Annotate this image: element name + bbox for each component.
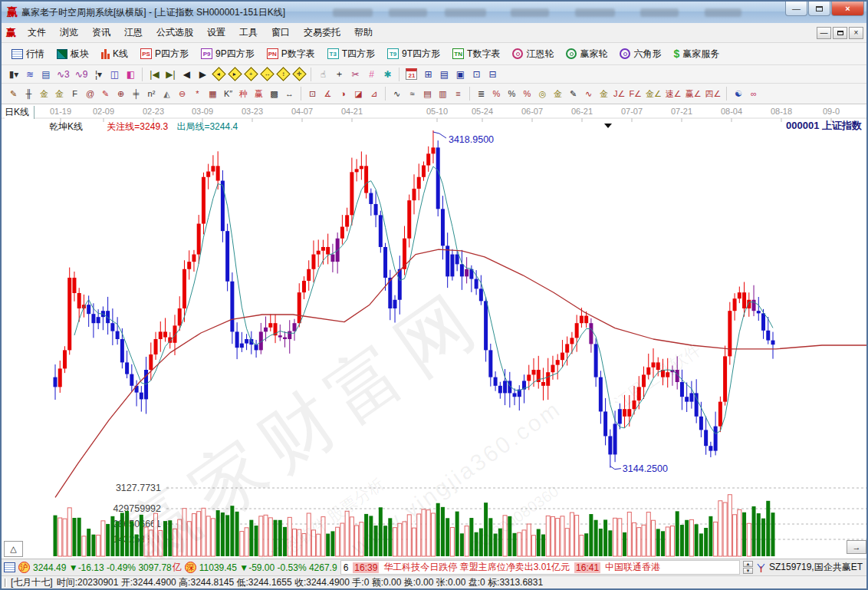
percent-line-tool[interactable]: % — [489, 87, 504, 101]
next-bar-button[interactable]: ▶ — [195, 67, 210, 82]
menu-5[interactable]: 设置 — [200, 25, 232, 40]
mirror-angle-tool[interactable]: ◭ — [159, 87, 174, 101]
span-arrow-tool[interactable]: ↔ — [282, 87, 297, 101]
circle-cross-tool[interactable]: ⊖ — [175, 87, 189, 101]
first-bar-button[interactable]: |◀ — [146, 67, 162, 82]
winner-service-button[interactable]: $赢家服务 — [668, 45, 725, 63]
menu-3[interactable]: 江恩 — [117, 25, 150, 40]
kline-button[interactable]: K线 — [96, 45, 133, 63]
quotes-button[interactable]: 行情 — [6, 45, 50, 63]
fan-lines-tool[interactable]: ∡ — [321, 87, 335, 101]
close-button[interactable]: × — [831, 2, 864, 16]
mdi-close-button[interactable]: × — [849, 27, 863, 39]
menu-0[interactable]: 文件 — [21, 25, 53, 40]
fan-hatch-tool[interactable]: ◪ — [351, 87, 366, 101]
ying-angle-tool[interactable]: 赢∠ — [684, 87, 703, 101]
spin-down-icon[interactable]: ▼ — [743, 568, 753, 574]
minimize-button[interactable]: — — [785, 2, 807, 16]
grid-b-tool[interactable]: ▥ — [436, 87, 450, 101]
diamond-right[interactable]: ▸ — [227, 67, 242, 82]
sectors-button[interactable]: 板块 — [51, 45, 94, 63]
ink-pen-tool[interactable]: ✎ — [566, 87, 580, 101]
quote-grid-icon[interactable] — [4, 562, 15, 572]
remote-icon[interactable]: ⊟ — [485, 67, 500, 82]
hexagon-button[interactable]: 六角形 — [614, 45, 666, 63]
zigzag-tool[interactable]: ∿ — [390, 87, 404, 101]
chart-canvas[interactable]: 01-1902-0902-2303-0903-2304-0704-2105-10… — [2, 104, 866, 559]
gold-circle-tool[interactable]: ◎ — [535, 87, 550, 101]
channel-wave-tool[interactable]: ∿ — [581, 87, 596, 101]
starburst-tool[interactable]: * — [190, 87, 205, 101]
menu-4[interactable]: 公式选股 — [150, 25, 200, 40]
menu-6[interactable]: 工具 — [232, 25, 265, 40]
menu-1[interactable]: 浏览 — [53, 25, 85, 40]
9p-square-button[interactable]: P99P四方形 — [196, 45, 260, 63]
grid-a-tool[interactable]: ▤ — [420, 87, 435, 101]
f-grid-tool[interactable]: F — [67, 87, 82, 101]
red-pen-tool[interactable]: ✎ — [98, 87, 113, 101]
save-icon[interactable]: ▣ — [452, 67, 468, 82]
wave9-icon[interactable]: ∿9 — [73, 67, 90, 82]
angle-fan-tool[interactable]: ⊿ — [367, 87, 381, 101]
yinyang-icon[interactable]: ☯ — [731, 87, 745, 101]
menu-2[interactable]: 资讯 — [85, 25, 117, 40]
n2-grid-tool[interactable]: n² — [144, 87, 159, 101]
percent-gold-tool[interactable]: % — [520, 87, 534, 101]
clipboard-icon[interactable]: ▤ — [38, 67, 54, 82]
zhong-grid-tool[interactable]: 种 — [236, 87, 251, 101]
network-icon[interactable]: ⊡ — [469, 67, 484, 82]
period-selector[interactable]: ▮▾ — [6, 67, 21, 82]
pink-grid-tool[interactable]: # — [363, 67, 379, 82]
menu-7[interactable]: 窗口 — [265, 25, 297, 40]
title-bar[interactable]: 赢 赢家老子时空周期系统[纵横版] - [上证指数 SH000001-151日K… — [2, 2, 866, 23]
ying-grid-tool[interactable]: 赢 — [252, 87, 266, 101]
gold-grid-tool[interactable]: 金 — [37, 87, 51, 101]
pattern-icon[interactable]: ≋ — [22, 67, 38, 82]
diamond-cross[interactable]: + — [243, 67, 258, 82]
menu-8[interactable]: 交易委托 — [297, 25, 347, 40]
dense-grid-tool[interactable]: ▩ — [267, 87, 281, 101]
t-table-button[interactable]: TNT数字表 — [447, 45, 505, 63]
wide-grid-tool[interactable]: ╪ — [129, 87, 143, 101]
diamond-vertical[interactable]: ↕ — [275, 67, 291, 82]
brush-tool[interactable]: ✎ — [6, 87, 21, 101]
gann-wheel-button[interactable]: 江恩轮 — [507, 45, 559, 63]
hand-tool[interactable]: ☝ — [315, 67, 330, 82]
fan-sector-tool[interactable]: ◑ — [336, 87, 350, 101]
t-square-button[interactable]: T3T四方形 — [322, 45, 380, 63]
gold-line-tool[interactable]: 金 — [551, 87, 565, 101]
gold-angle-tool[interactable]: 金∠ — [644, 87, 663, 101]
percent-tool[interactable]: % — [505, 87, 519, 101]
calendar-icon[interactable]: 21 — [403, 67, 419, 82]
maximize-button[interactable] — [808, 2, 830, 16]
menu-9[interactable]: 帮助 — [347, 25, 380, 40]
expand-pane-button[interactable]: △ — [4, 541, 23, 557]
web-grid-tool[interactable]: ▦ — [205, 87, 220, 101]
gann-compass-tool[interactable]: ⊕ — [113, 87, 128, 101]
grid-tool[interactable]: ╫ — [21, 87, 36, 101]
infinity-icon[interactable]: ∞ — [746, 87, 761, 101]
gold-underline-tool[interactable]: 金 — [597, 87, 611, 101]
colored-flag-icon[interactable]: ◧ — [123, 67, 138, 82]
f-angle-tool[interactable]: F∠ — [627, 87, 643, 101]
9t-square-button[interactable]: T99T四方形 — [382, 45, 446, 63]
diamond-left[interactable]: ◂ — [211, 67, 226, 82]
news-ticker[interactable]: 6 16:39 华工科技今日跌停 章盟主席位净卖出3.01亿元 16:41 中国… — [340, 560, 740, 575]
p-square-button[interactable]: PSP四方形 — [135, 45, 194, 63]
spin-up-icon[interactable]: ▲ — [743, 561, 753, 567]
last-bar-button[interactable]: ▶| — [163, 67, 178, 82]
scroll-right-button[interactable]: → — [847, 540, 866, 554]
notes-icon[interactable]: ▤ — [436, 67, 452, 82]
wave3-icon[interactable]: ∿3 — [54, 67, 72, 82]
chart-pane[interactable]: 日K线 乾坤K线 关注线=3249.3 出局线=3244.4 000001 上证… — [2, 104, 866, 559]
diamond-horizontal[interactable]: ↔ — [259, 67, 275, 82]
su-angle-tool[interactable]: 速∠ — [664, 87, 683, 101]
diamond-expand[interactable]: ✛ — [291, 67, 307, 82]
spiral-tool[interactable]: @ — [83, 87, 97, 101]
k-quote-tool[interactable]: K″ — [221, 87, 235, 101]
measure-tool[interactable]: ✂ — [347, 67, 363, 82]
marker-dropdown[interactable]: ¦▾ — [90, 67, 106, 82]
ticker-spinner[interactable]: ▲▼ — [743, 561, 753, 574]
mdi-restore-button[interactable] — [833, 27, 847, 39]
calculator-icon[interactable]: ⊞ — [420, 67, 436, 82]
